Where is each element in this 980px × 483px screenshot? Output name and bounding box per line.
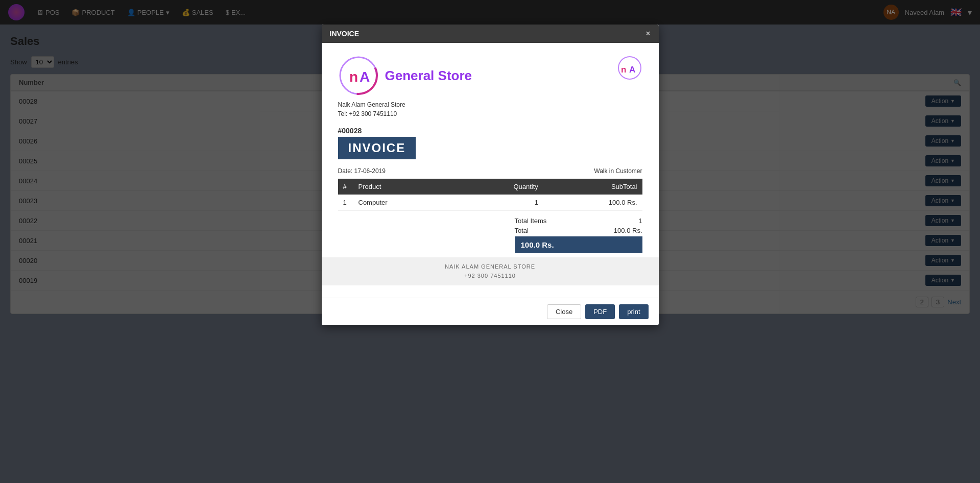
modal-close-button[interactable]: ×: [646, 30, 650, 38]
totals-section: Total Items 1 Total 100.0 Rs. 100.0 Rs.: [338, 217, 642, 253]
grand-total-value: 100.0 Rs.: [521, 240, 554, 249]
total-value: 100.0 Rs.: [614, 227, 642, 234]
print-button[interactable]: print: [619, 304, 648, 319]
item-product: Computer: [353, 195, 454, 211]
total-items-label: Total Items: [515, 217, 547, 225]
modal-overlay: INVOICE ×: [0, 0, 980, 483]
col-hash: #: [338, 179, 353, 195]
footer-line2: +92 300 7451110: [327, 272, 654, 281]
svg-text:A: A: [360, 69, 370, 85]
invoice-modal: INVOICE ×: [322, 25, 659, 325]
total-items-row: Total Items 1: [515, 217, 642, 225]
line-items-table: # Product Quantity SubTotal 1 Computer 1…: [338, 179, 642, 211]
col-subtotal: SubTotal: [543, 179, 642, 195]
modal-body: n A General Store Naik Alam General Stor…: [322, 43, 659, 298]
col-product: Product: [353, 179, 454, 195]
company-tel: Tel: +92 300 7451110: [338, 109, 405, 118]
col-quantity: Quantity: [454, 179, 543, 195]
modal-footer: Close PDF print: [322, 298, 659, 325]
invoice-footer: NAIK ALAM GENERAL STORE +92 300 7451110: [322, 257, 659, 285]
footer-line1: NAIK ALAM GENERAL STORE: [327, 262, 654, 272]
logo-area: n A General Store: [338, 55, 472, 96]
company-logo-small: n A: [617, 55, 642, 83]
invoice-meta: Date: 17-06-2019 Walk in Customer: [338, 167, 642, 175]
item-num: 1: [338, 195, 353, 211]
invoice-number: #00028: [338, 127, 642, 135]
line-item-row: 1 Computer 1 100.0 Rs.: [338, 195, 642, 211]
total-label: Total: [515, 227, 529, 234]
grand-total-row: 100.0 Rs.: [515, 236, 642, 253]
invoice-header: n A General Store Naik Alam General Stor…: [338, 55, 642, 118]
svg-text:n: n: [349, 69, 358, 85]
company-logo: n A: [338, 55, 379, 96]
invoice-date: Date: 17-06-2019: [338, 167, 386, 175]
close-modal-button[interactable]: Close: [547, 304, 581, 319]
svg-text:n: n: [621, 65, 626, 75]
modal-header: INVOICE ×: [322, 25, 659, 43]
total-items-value: 1: [638, 217, 642, 225]
total-row: Total 100.0 Rs.: [515, 227, 642, 234]
modal-title: INVOICE: [330, 30, 360, 38]
item-quantity: 1: [454, 195, 543, 211]
pdf-button[interactable]: PDF: [585, 304, 615, 319]
company-info: Naik Alam General Store Tel: +92 300 745…: [338, 100, 405, 118]
invoice-title: INVOICE: [338, 137, 416, 159]
customer-name: Walk in Customer: [594, 167, 642, 175]
company-name: Naik Alam General Store: [338, 100, 405, 109]
svg-text:A: A: [629, 65, 635, 75]
store-name: General Store: [385, 68, 472, 84]
item-subtotal: 100.0 Rs.: [543, 195, 642, 211]
